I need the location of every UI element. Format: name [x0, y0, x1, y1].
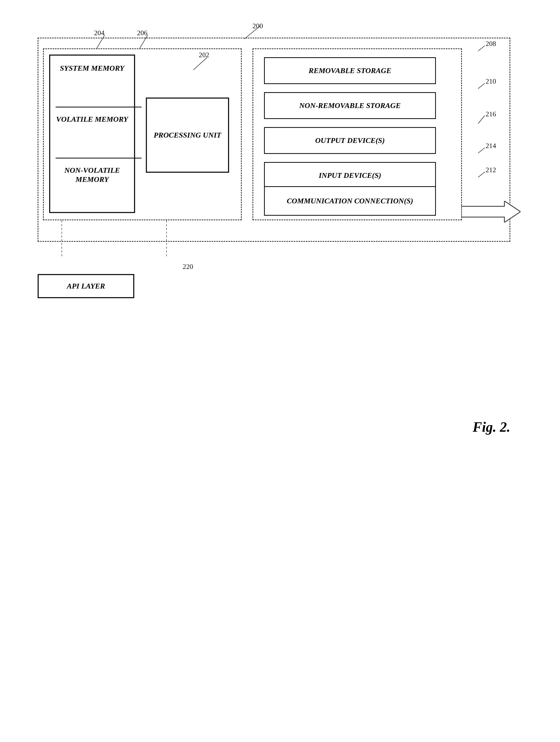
- figure-label: Fig. 2.: [473, 419, 510, 720]
- non-volatile-memory-label: NON-VOLATILE MEMORY: [50, 166, 134, 184]
- ref-220: 220: [183, 263, 193, 271]
- removable-storage-box: REMOVABLE STORAGE: [264, 57, 436, 84]
- ref-200: 200: [253, 22, 263, 30]
- input-devices-label: INPUT DEVICE(S): [319, 171, 381, 180]
- communication-connections-box: COMMUNICATION CONNECTION(S): [264, 186, 436, 216]
- output-devices-box: OUTPUT DEVICE(S): [264, 127, 436, 154]
- system-memory-box: SYSTEM MEMORY VOLATILE MEMORY NON-VOLATI…: [49, 55, 135, 213]
- api-layer-box: API LAYER: [38, 274, 134, 298]
- removable-storage-label: REMOVABLE STORAGE: [309, 66, 391, 75]
- ref-204: 204: [94, 29, 105, 37]
- non-removable-storage-label: NON-REMOVABLE STORAGE: [299, 101, 401, 110]
- input-devices-box: INPUT DEVICE(S): [264, 162, 436, 189]
- communication-connections-label: COMMUNICATION CONNECTION(S): [287, 196, 413, 206]
- processing-unit-label: PROCESSING UNIT: [147, 130, 228, 140]
- volatile-memory-label: VOLATILE MEMORY: [50, 115, 134, 124]
- divider-2: [56, 158, 142, 159]
- system-memory-label: SYSTEM MEMORY: [50, 64, 134, 73]
- output-devices-label: OUTPUT DEVICE(S): [315, 136, 385, 145]
- processing-unit-box: PROCESSING UNIT: [146, 98, 229, 173]
- right-section-box: REMOVABLE STORAGE NON-REMOVABLE STORAGE …: [253, 48, 462, 220]
- divider-1: [56, 107, 142, 107]
- api-layer-label: API LAYER: [67, 282, 105, 290]
- non-removable-storage-box: NON-REMOVABLE STORAGE: [264, 92, 436, 119]
- ref-206: 206: [137, 29, 148, 37]
- inner-left-box-204: SYSTEM MEMORY VOLATILE MEMORY NON-VOLATI…: [43, 48, 242, 220]
